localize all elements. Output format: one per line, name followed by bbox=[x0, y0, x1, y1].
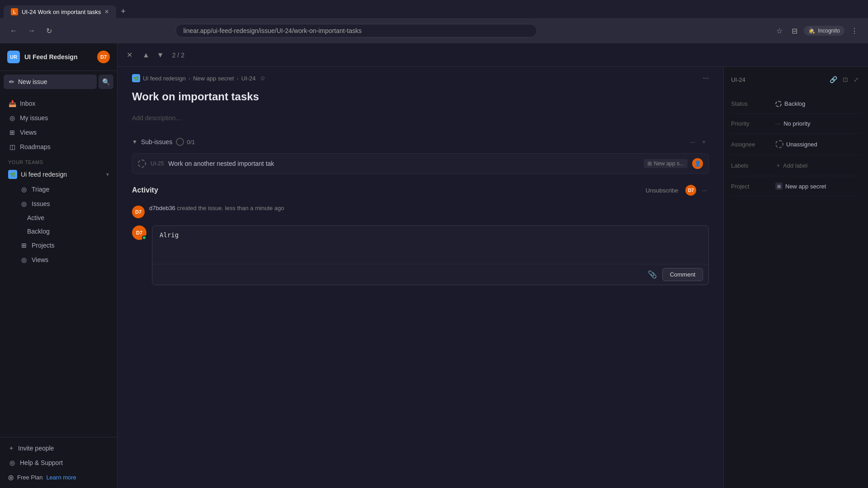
attach-button[interactable]: 📎 bbox=[646, 268, 659, 281]
breadcrumb-team[interactable]: 🌿 Ui feed redesign bbox=[132, 74, 186, 82]
comment-submit-button[interactable]: Comment bbox=[662, 268, 703, 281]
sidebar-item-help[interactable]: ◎ Help & Support bbox=[4, 455, 113, 470]
sidebar-nav: 📥 Inbox ◎ My issues ⊞ Views ◫ Roadmaps Y… bbox=[0, 93, 117, 271]
sidebar-item-projects[interactable]: ⊞ Projects bbox=[4, 238, 113, 253]
search-button[interactable]: 🔍 bbox=[99, 75, 113, 89]
menu-button[interactable]: ⋮ bbox=[848, 24, 861, 38]
subissues-count: 0/1 bbox=[187, 139, 195, 145]
inbox-label: Inbox bbox=[20, 100, 35, 107]
issue-body: 🌿 Ui feed redesign › New app secret › UI… bbox=[118, 67, 868, 488]
incognito-label: Incognito bbox=[818, 28, 840, 34]
comment-input-area: Alrig 📎 Comment bbox=[152, 225, 709, 285]
subissue-status-icon bbox=[138, 160, 146, 168]
add-label-button[interactable]: ＋ Add label bbox=[772, 160, 811, 171]
workspace-name: UI Feed Redesign bbox=[24, 53, 93, 61]
issue-id-label: UI-24 bbox=[731, 76, 745, 83]
new-tab-button[interactable]: + bbox=[117, 5, 129, 18]
issue-description[interactable]: Add description... bbox=[132, 111, 709, 125]
next-issue-button[interactable]: ▼ bbox=[154, 49, 167, 61]
status-property-row: Status Backlog bbox=[731, 94, 861, 114]
breadcrumb-project[interactable]: New app secret bbox=[193, 75, 234, 82]
unassigned-icon bbox=[775, 140, 783, 148]
issue-counter: 2 / 2 bbox=[172, 52, 184, 59]
tab-title: UI-24 Work on important tasks bbox=[22, 9, 101, 15]
address-text: linear.app/ui-feed-redesign/issue/UI-24/… bbox=[183, 27, 362, 34]
subissues-toggle-button[interactable]: ▼ bbox=[132, 139, 137, 145]
star-button[interactable]: ☆ bbox=[260, 75, 266, 82]
project-value[interactable]: ⊞ New app secret bbox=[772, 181, 830, 192]
toolbar-actions: ☆ ⊟ 🕵 Incognito ⋮ bbox=[774, 24, 861, 38]
invite-people-button[interactable]: ＋ Invite people bbox=[4, 441, 113, 455]
comment-input[interactable]: Alrig bbox=[152, 226, 708, 262]
reload-button[interactable]: ↻ bbox=[43, 24, 55, 38]
tab-close-button[interactable]: ✕ bbox=[104, 9, 109, 15]
invite-label: Invite people bbox=[18, 445, 54, 452]
activity-actions: Unsubscribe D7 ··· bbox=[642, 185, 709, 196]
subissue-project-icon: ⊞ bbox=[647, 160, 652, 167]
more-options-button[interactable]: ⤢ bbox=[852, 74, 861, 85]
roadmaps-icon: ◫ bbox=[8, 143, 16, 151]
browser-toolbar: ← → ↻ linear.app/ui-feed-redesign/issue/… bbox=[0, 18, 868, 43]
subissue-assignee-avatar[interactable]: 👤 bbox=[692, 158, 703, 169]
active-tab[interactable]: L UI-24 Work on important tasks ✕ bbox=[4, 5, 116, 18]
forward-button[interactable]: → bbox=[25, 24, 38, 38]
sidebar-item-active[interactable]: Active bbox=[4, 211, 113, 225]
sidebar-item-backlog[interactable]: Backlog bbox=[4, 225, 113, 238]
close-button[interactable]: ✕ bbox=[125, 49, 134, 61]
sidebar-item-issues[interactable]: ◎ Issues bbox=[4, 197, 113, 211]
breadcrumb-issue-id[interactable]: UI-24 bbox=[241, 75, 256, 82]
subissues-actions: ··· ＋ bbox=[688, 136, 709, 148]
subissue-project[interactable]: ⊞ New app s... bbox=[644, 159, 688, 168]
issue-content: Work on important tasks Add description.… bbox=[118, 86, 723, 296]
copy-link-button[interactable]: 🔗 bbox=[828, 74, 839, 85]
subissue-project-name: New app s... bbox=[654, 160, 684, 167]
activity-user-avatar: D7 bbox=[132, 206, 145, 218]
prev-issue-button[interactable]: ▲ bbox=[140, 49, 152, 61]
breadcrumb-more-button[interactable]: ··· bbox=[703, 74, 709, 82]
triage-icon: ◎ bbox=[20, 185, 28, 193]
team-header[interactable]: 🌿 Ui feed redesign ▾ bbox=[4, 167, 113, 182]
help-label: Help & Support bbox=[20, 459, 63, 466]
team-chevron-icon: ▾ bbox=[106, 171, 109, 178]
sidebar-item-team-views[interactable]: ◎ Views bbox=[4, 253, 113, 267]
projects-label: Projects bbox=[32, 242, 55, 249]
activity-more-button[interactable]: ··· bbox=[700, 185, 709, 196]
status-text: Backlog bbox=[784, 100, 805, 107]
views-icon: ⊞ bbox=[8, 128, 16, 136]
sidebar-item-triage[interactable]: ◎ Triage bbox=[4, 182, 113, 197]
add-subissue-button[interactable]: ＋ bbox=[699, 136, 709, 148]
sidebar: UR UI Feed Redesign D7 ✏ New issue 🔍 📥 I… bbox=[0, 43, 118, 488]
priority-value[interactable]: ··· No priority bbox=[772, 118, 814, 129]
sidebar-item-inbox[interactable]: 📥 Inbox bbox=[4, 96, 113, 111]
unsubscribe-button[interactable]: Unsubscribe bbox=[642, 185, 682, 196]
address-bar[interactable]: linear.app/ui-feed-redesign/issue/UI-24/… bbox=[175, 24, 537, 38]
assignee-icon: 👤 bbox=[694, 160, 701, 167]
user-avatar[interactable]: D7 bbox=[97, 51, 110, 63]
sidebar-item-views[interactable]: ⊞ Views bbox=[4, 125, 113, 140]
sidebar-bottom: ＋ Invite people ◎ Help & Support ◎ Free … bbox=[0, 437, 117, 488]
project-label: Project bbox=[731, 183, 772, 190]
description-placeholder: Add description... bbox=[132, 114, 181, 122]
backlog-status-icon bbox=[775, 101, 782, 107]
online-indicator bbox=[142, 235, 146, 240]
issues-label: Issues bbox=[32, 200, 50, 207]
free-plan-bar: ◎ Free Plan Learn more bbox=[4, 470, 113, 484]
subissues-more-button[interactable]: ··· bbox=[688, 136, 697, 148]
progress-circle-icon bbox=[176, 138, 184, 146]
assignee-value[interactable]: Unassigned bbox=[772, 138, 821, 150]
sidebar-item-roadmaps[interactable]: ◫ Roadmaps bbox=[4, 140, 113, 154]
sidebar-item-my-issues[interactable]: ◎ My issues bbox=[4, 111, 113, 125]
learn-more-link[interactable]: Learn more bbox=[46, 474, 76, 481]
new-issue-button[interactable]: ✏ New issue bbox=[4, 75, 97, 89]
status-value[interactable]: Backlog bbox=[772, 99, 809, 109]
subissue-row[interactable]: UI-25 Work on another nested important t… bbox=[132, 153, 709, 174]
sidebar-toggle-button[interactable]: ⊟ bbox=[789, 24, 800, 38]
back-button[interactable]: ← bbox=[7, 24, 20, 38]
open-in-new-button[interactable]: ⊡ bbox=[841, 74, 850, 85]
new-issue-icon: ✏ bbox=[9, 78, 14, 85]
assignee-text: Unassigned bbox=[786, 141, 817, 148]
bookmark-button[interactable]: ☆ bbox=[774, 24, 785, 38]
projects-icon: ⊞ bbox=[20, 241, 28, 249]
breadcrumb-sep-2: › bbox=[236, 75, 238, 82]
project-text: New app secret bbox=[785, 183, 826, 190]
